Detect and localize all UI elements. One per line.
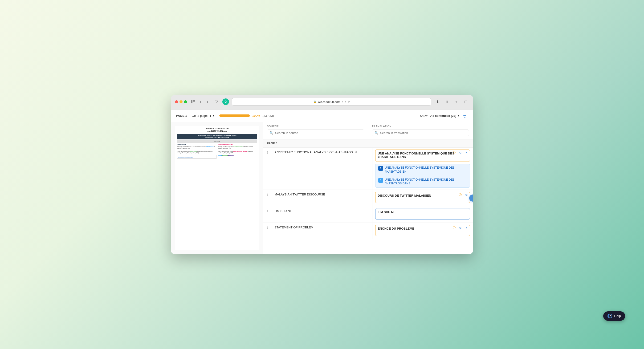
translation-col-5: ÉNONCÉ DU PROBLÈME ⓘ ⧉ + (372, 223, 473, 239)
traffic-lights (175, 100, 187, 104)
source-text-3: MALAYSIAN TWITTER DISCOURSE (272, 190, 372, 206)
page-content: PAGE 1 Go to page: 1 ▼ 100% (33 / 33) Sh… (171, 110, 473, 254)
help-button-label: Help (614, 314, 621, 318)
table-row: 3 MALAYSIAN TWITTER DISCOURSE DISCOURS D… (263, 190, 473, 206)
add-icon[interactable]: + (464, 225, 469, 230)
show-section: Show: All sentences (33) ▼ (420, 112, 468, 119)
progress-section: 100% (33 / 33) (219, 114, 415, 118)
copy-icon[interactable]: ⧉ (464, 192, 469, 197)
translation-actions-2: ⓘ ⧉ + (452, 150, 469, 155)
share-icon[interactable]: ⬆ (444, 98, 450, 105)
source-search-input[interactable] (275, 131, 362, 135)
translation-row-5: 5 STATEMENT OF PROBLEM ÉNONCÉ DU PROBLÈM… (263, 223, 473, 239)
ai-suggestion-text-2[interactable]: UNE ANALYSE FONCTIONNELLE SYSTEMIQUE DES… (385, 178, 467, 186)
svg-point-6 (610, 317, 610, 318)
translation-editor-panel: SOURCE 🔍 TRANSLATION 🔍 (263, 122, 473, 254)
table-row: 2 A SYSTEMIC FUNCTIONAL ANALYSIS OF #HAS… (263, 148, 473, 190)
maximize-button[interactable] (184, 100, 187, 104)
minimize-button[interactable] (180, 100, 182, 104)
source-search-wrapper[interactable]: 🔍 (267, 130, 364, 136)
show-label: Show: (420, 114, 428, 118)
ai-suggestion-item[interactable]: G UNE ANALYSE FONCTIONNELLE SYSTEMIQUE D… (376, 176, 470, 188)
translation-col-3: DISCOURS DE TWITTER MALAISIEN ⓘ ⧉ (372, 190, 473, 206)
doc-body: INTRODUCTION #Hashtags were introduced a… (177, 144, 257, 159)
translation-input-4[interactable]: LIM SHU NI (375, 208, 470, 220)
show-value: All sentences (33) (430, 114, 456, 118)
sidebar-toggle-icon[interactable] (190, 100, 196, 104)
doc-problem-col: STATEMENT OF PROBLEM Hashtags should be … (218, 144, 257, 159)
translation-col-2: UNE ANALYSE FONCTIONNELLE SYSTEMIQUE DES… (372, 148, 473, 190)
page-number-select[interactable]: 1 ▼ (210, 114, 214, 118)
source-search-col: SOURCE 🔍 (263, 122, 368, 139)
chevron-down-icon: ▼ (212, 114, 214, 117)
translation-search-input[interactable] (380, 131, 467, 135)
doc-dept-header: DEPARTMENT OF LANGUAGES ANDLINGUISTICS (… (177, 128, 257, 133)
doc-title: A SYSTEMIC FUNCTIONAL ANALYSIS OF #HASHT… (177, 134, 257, 140)
address-bar[interactable]: 🔒 we.redokun.com ⟷ ↻ (232, 98, 431, 106)
svg-rect-3 (193, 103, 195, 104)
translation-content[interactable]: PAGE 1 2 A SYSTEMIC FUNCTIONAL ANALYSIS … (263, 140, 473, 254)
progress-bar-container (219, 114, 250, 117)
new-tab-icon[interactable]: ＋ (453, 98, 460, 105)
translation-row-2: 2 A SYSTEMIC FUNCTIONAL ANALYSIS OF #HAS… (263, 148, 473, 190)
translation-input-3[interactable]: DISCOURS DE TWITTER MALAISIEN (375, 192, 470, 203)
ai-suggestions-2: G UNE ANALYSE FONCTIONNELLE SYSTÉMIQUE D… (375, 164, 470, 188)
source-text-5: STATEMENT OF PROBLEM (272, 223, 372, 239)
download-icon[interactable]: ⬇ (434, 98, 441, 105)
forward-button[interactable]: › (204, 99, 210, 105)
close-button[interactable] (175, 100, 178, 104)
source-text-4: LIM SHU NI (272, 206, 372, 222)
ai-suggestion-item[interactable]: G UNE ANALYSE FONCTIONNELLE SYSTÉMIQUE D… (376, 164, 470, 176)
translation-actions-3: ⓘ ⧉ (458, 192, 469, 197)
back-button[interactable]: ‹ (198, 99, 204, 105)
lock-icon: 🔒 (313, 100, 316, 104)
table-row: 4 LIM SHU NI LIM SHU NI (263, 206, 473, 223)
info-icon[interactable]: ⓘ (458, 192, 463, 197)
doc-footer-note: Sometimes I don't quite understand mysel… (177, 155, 216, 159)
main-area: DEPARTMENT OF LANGUAGES ANDLINGUISTICS (… (171, 122, 473, 254)
browser-chrome: ‹ › 🛡 G 🔒 we.redokun.com ⟷ ↻ ⬇ ⬆ ＋ ⊞ (171, 95, 473, 110)
svg-rect-1 (193, 100, 195, 101)
document-preview-panel: DEPARTMENT OF LANGUAGES ANDLINGUISTICS (… (171, 122, 263, 254)
info-icon[interactable]: ⓘ (452, 225, 457, 230)
table-row: 5 STATEMENT OF PROBLEM ÉNONCÉ DU PROBLÈM… (263, 223, 473, 239)
doc-intro-title: INTRODUCTION (177, 144, 216, 146)
translation-actions-5: ⓘ ⧉ + (452, 225, 469, 230)
nav-buttons: ‹ › (190, 99, 210, 105)
page-label: PAGE 1 (176, 114, 187, 118)
help-button[interactable]: Help (603, 311, 625, 321)
search-icon: 🔍 (270, 131, 273, 135)
grid-icon[interactable]: ⊞ (462, 98, 469, 105)
copy-icon[interactable]: ⧉ (458, 150, 463, 155)
chevron-down-icon: ▼ (457, 114, 460, 117)
top-bar: PAGE 1 Go to page: 1 ▼ 100% (33 / 33) Sh… (171, 110, 473, 122)
copy-icon[interactable]: ⧉ (458, 225, 463, 230)
translate-icon: ⟷ (342, 100, 346, 104)
progress-count: (33 / 33) (262, 114, 274, 118)
source-text-2: A SYSTEMIC FUNCTIONAL ANALYSIS OF #HASHT… (272, 148, 372, 190)
url-text: we.redokun.com (318, 100, 340, 104)
translation-search-wrapper[interactable]: 🔍 (372, 130, 469, 136)
translation-col-4: LIM SHU NI (372, 206, 473, 222)
doc-hashtags: #MeToo #JustKidding #Humblebrag (218, 155, 257, 156)
reload-icon[interactable]: ↻ (348, 100, 350, 104)
shield-icon: 🛡 (214, 99, 220, 105)
search-row: SOURCE 🔍 TRANSLATION 🔍 (263, 122, 473, 140)
ai-logo-blue: G (378, 166, 383, 171)
ai-suggestion-text-1[interactable]: UNE ANALYSE FONCTIONNELLE SYSTÉMIQUE DES… (385, 166, 467, 174)
doc-problem-title: STATEMENT OF PROBLEM (218, 144, 257, 146)
ai-logo-lightblue: G (378, 178, 383, 183)
info-icon[interactable]: ⓘ (452, 150, 457, 155)
svg-rect-2 (193, 102, 195, 102)
filter-button[interactable] (462, 112, 468, 119)
goto-page: Go to page: 1 ▼ (192, 114, 214, 118)
svg-rect-0 (191, 100, 192, 104)
page-number-value: 1 (210, 114, 211, 118)
add-to-glossary-icon[interactable]: + (464, 150, 469, 155)
source-header: SOURCE (267, 125, 364, 128)
translation-header: TRANSLATION (372, 125, 469, 128)
translation-row-4: 4 LIM SHU NI LIM SHU NI (263, 206, 473, 223)
show-dropdown[interactable]: All sentences (33) ▼ (430, 114, 460, 118)
progress-percent: 100% (252, 114, 260, 118)
translation-search-col: TRANSLATION 🔍 (368, 122, 473, 139)
